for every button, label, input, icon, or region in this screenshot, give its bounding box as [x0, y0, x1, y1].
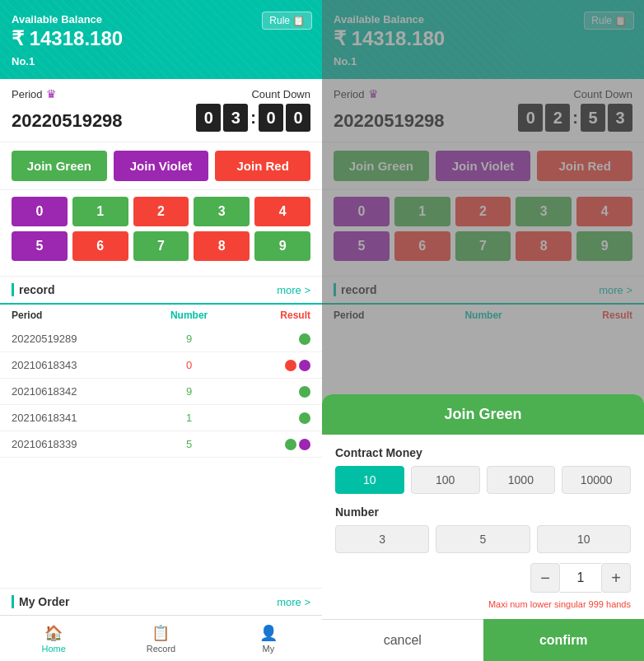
nav-my-label: My	[262, 644, 274, 654]
num-btn-0[interactable]: 0	[12, 197, 68, 226]
left-bottom-nav: 🏠 Home 📋 Record 👤 My	[0, 615, 322, 661]
td-number: 9	[141, 379, 237, 405]
table-row: 202106183395	[0, 431, 322, 458]
record-header: record more >	[0, 277, 322, 305]
contract-opt-10000[interactable]: 10000	[562, 466, 631, 494]
my-order-title: My Order	[12, 595, 69, 608]
rule-button[interactable]: Rule 📋	[262, 12, 312, 30]
contract-opt-1000[interactable]: 1000	[487, 466, 556, 494]
purple-dot	[299, 439, 310, 450]
num-btn-8[interactable]: 8	[194, 231, 250, 261]
table-row: 202106183429	[0, 379, 322, 405]
num-btn-1[interactable]: 1	[72, 197, 128, 226]
left-panel: Available Balance ₹ 14318.180 No.1 Rule …	[0, 0, 322, 661]
stepper-row: − 1 +	[335, 563, 631, 593]
table-row: 202106183411	[0, 405, 322, 431]
countdown-display: 0 3 : 0 0	[196, 104, 310, 132]
modal-cancel-button[interactable]: cancel	[322, 619, 483, 661]
contract-money-label: Contract Money	[335, 446, 631, 459]
td-period: 20210618343	[0, 352, 141, 379]
contract-opt-100[interactable]: 100	[411, 466, 480, 494]
num-btn-9[interactable]: 9	[254, 231, 310, 261]
nav-home[interactable]: 🏠 Home	[0, 616, 107, 661]
right-panel: Available Balance ₹ 14318.180 No.1 Rule …	[322, 0, 644, 661]
stepper-value: 1	[560, 563, 601, 593]
countdown-label: Count Down	[251, 88, 310, 100]
modal-sheet: Join Green Contract Money 10 100 1000 10…	[322, 394, 644, 661]
col-number: Number	[141, 305, 237, 326]
modal-footer: cancel confirm	[322, 619, 644, 661]
rule-icon: 📋	[292, 15, 305, 26]
join-violet-button[interactable]: Join Violet	[114, 151, 209, 181]
num-btn-4[interactable]: 4	[254, 197, 310, 226]
record-title: record	[12, 283, 55, 296]
contract-options: 10 100 1000 10000	[335, 466, 631, 494]
stepper-plus[interactable]: +	[601, 563, 631, 593]
col-period: Period	[0, 305, 141, 326]
record-icon: 📋	[152, 624, 170, 642]
num-btn-2[interactable]: 2	[133, 197, 189, 226]
record-more-link[interactable]: more >	[277, 284, 310, 296]
left-period-section: Period ♛ Count Down 20220519298 0 3 : 0 …	[0, 79, 322, 142]
table-row: 202205192899	[0, 326, 322, 352]
nav-record-label: Record	[147, 644, 175, 654]
left-my-order: My Order more >	[0, 588, 322, 615]
td-result	[237, 326, 322, 352]
left-record-section: record more > Period Number Result 20220…	[0, 277, 322, 588]
td-number: 0	[141, 352, 237, 379]
modal-body: Contract Money 10 100 1000 10000 Number …	[322, 435, 644, 609]
number-opt-3[interactable]: 3	[335, 525, 429, 553]
td-number: 9	[141, 326, 237, 352]
cd-box-3: 0	[286, 104, 310, 132]
record-table: Period Number Result 2022051928992021061…	[0, 305, 322, 458]
rule-label: Rule	[269, 15, 290, 26]
td-result	[237, 431, 322, 458]
red-dot	[285, 360, 296, 371]
number-opt-5[interactable]: 5	[436, 525, 530, 553]
green-dot	[299, 412, 310, 424]
left-header: Available Balance ₹ 14318.180 No.1 Rule …	[0, 0, 322, 79]
green-dot	[299, 333, 310, 345]
td-period: 20210618339	[0, 431, 141, 458]
num-btn-5[interactable]: 5	[12, 231, 68, 261]
nav-record[interactable]: 📋 Record	[107, 616, 214, 661]
number-label: Number	[335, 505, 631, 519]
stepper-minus[interactable]: −	[530, 563, 560, 593]
number-options: 3 5 10	[335, 525, 631, 553]
cd-colon-1: :	[250, 109, 256, 128]
join-red-button[interactable]: Join Red	[215, 151, 310, 181]
purple-dot	[299, 360, 310, 371]
table-row: 202106183430	[0, 352, 322, 379]
my-icon: 👤	[259, 624, 278, 642]
no-label: No.1	[12, 55, 310, 67]
modal-overlay: Join Green Contract Money 10 100 1000 10…	[322, 0, 644, 661]
balance-amount: ₹ 14318.180	[12, 27, 310, 50]
period-label: Period ♛	[12, 87, 57, 100]
left-join-buttons: Join Green Join Violet Join Red	[0, 142, 322, 190]
td-result	[237, 352, 322, 379]
cd-box-1: 3	[223, 104, 248, 132]
number-opt-10[interactable]: 10	[537, 525, 631, 553]
modal-confirm-button[interactable]: confirm	[483, 619, 645, 661]
my-order-more[interactable]: more >	[277, 596, 310, 608]
green-dot	[299, 386, 310, 398]
join-green-button[interactable]: Join Green	[12, 151, 107, 181]
number-row-1: 0 1 2 3 4	[12, 197, 310, 226]
td-period: 20220519289	[0, 326, 141, 352]
td-result	[237, 405, 322, 431]
contract-opt-10[interactable]: 10	[335, 466, 404, 494]
td-period: 20210618342	[0, 379, 141, 405]
crown-icon: ♛	[46, 87, 57, 100]
num-btn-3[interactable]: 3	[194, 197, 250, 226]
left-number-grid: 0 1 2 3 4 5 6 7 8 9	[0, 190, 322, 277]
num-btn-6[interactable]: 6	[72, 231, 128, 261]
td-period: 20210618341	[0, 405, 141, 431]
td-number: 5	[141, 431, 237, 458]
col-result: Result	[237, 305, 322, 326]
number-row-2: 5 6 7 8 9	[12, 231, 310, 261]
max-info: Maxi num lower singular 999 hands	[335, 599, 631, 609]
home-icon: 🏠	[44, 624, 63, 642]
cd-box-0: 0	[196, 104, 221, 132]
num-btn-7[interactable]: 7	[133, 231, 189, 261]
nav-my[interactable]: 👤 My	[215, 616, 322, 661]
